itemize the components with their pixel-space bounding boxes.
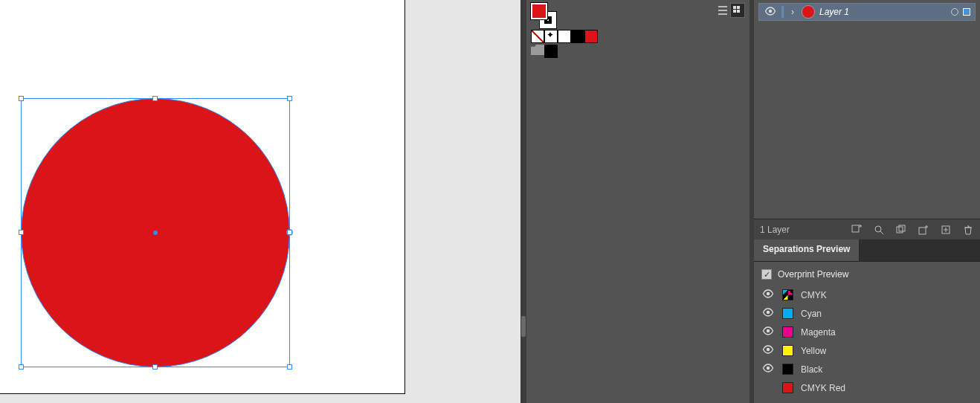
svg-point-14 <box>767 348 770 351</box>
visibility-toggle-icon[interactable] <box>764 7 777 18</box>
layer-thumbnail <box>802 5 815 19</box>
svg-point-12 <box>767 311 770 314</box>
ink-name-label: CMYK <box>801 290 827 300</box>
layers-footer: 1 Layer <box>754 219 980 239</box>
svg-point-11 <box>767 292 770 295</box>
svg-point-13 <box>767 329 770 332</box>
panel-resize-gutter-left[interactable] <box>520 0 526 403</box>
layers-panel: › Layer 1 <box>754 0 980 24</box>
layer-selection-indicator[interactable] <box>963 8 970 16</box>
list-view-button[interactable] <box>715 3 730 18</box>
new-layer-icon[interactable] <box>940 224 952 236</box>
ink-row[interactable]: CMYK <box>761 286 973 304</box>
separations-tabbar: Separations Preview <box>754 239 980 262</box>
swatch-overflow[interactable] <box>544 45 558 58</box>
new-sublayer-icon[interactable] <box>918 224 929 236</box>
svg-rect-2 <box>733 10 736 13</box>
svg-rect-9 <box>919 228 926 234</box>
visibility-toggle-icon[interactable] <box>761 345 775 356</box>
gutter-grip[interactable] <box>521 316 526 337</box>
fill-stroke-indicator[interactable] <box>531 3 556 28</box>
ink-swatch <box>782 326 793 338</box>
svg-point-6 <box>875 226 881 232</box>
swatch-grid <box>526 30 749 43</box>
separations-panel: Overprint Preview CMYKCyanMagentaYellowB… <box>754 262 980 403</box>
svg-rect-7 <box>897 227 903 233</box>
svg-rect-8 <box>899 225 905 231</box>
search-icon[interactable] <box>873 224 885 236</box>
ink-row[interactable]: CMYK Red <box>761 378 973 397</box>
visibility-toggle-icon[interactable] <box>761 364 775 375</box>
visibility-toggle-icon[interactable] <box>761 308 775 319</box>
resize-handle-br[interactable] <box>287 364 292 370</box>
resize-handle-ml[interactable] <box>19 230 24 235</box>
layer-count-label: 1 Layer <box>760 225 840 235</box>
resize-handle-bl[interactable] <box>19 364 24 370</box>
resize-handle-tm[interactable] <box>152 96 158 101</box>
tab-separations-preview[interactable]: Separations Preview <box>754 239 860 261</box>
grid-view-button[interactable] <box>730 3 745 18</box>
resize-handle-bm[interactable] <box>152 364 158 370</box>
swatch-none[interactable] <box>531 30 544 43</box>
layer-color-bar <box>781 6 784 18</box>
right-panel-column: › Layer 1 1 Layer <box>754 0 980 403</box>
selection-bounding-box[interactable] <box>21 98 290 367</box>
fill-swatch[interactable] <box>531 3 547 19</box>
layers-empty-area <box>754 24 980 219</box>
visibility-toggle-icon[interactable] <box>761 326 775 338</box>
overprint-label: Overprint Preview <box>778 269 848 280</box>
panel-dock: › Layer 1 1 Layer <box>520 0 980 403</box>
ink-swatch <box>782 364 793 375</box>
delete-layer-icon[interactable] <box>962 224 974 236</box>
ink-swatch <box>782 308 793 319</box>
swatch-black[interactable] <box>571 30 584 43</box>
ink-name-label: Black <box>801 364 822 375</box>
ink-row[interactable]: Black <box>761 360 973 378</box>
visibility-toggle-icon[interactable] <box>761 289 775 300</box>
swatch-group-icon[interactable] <box>531 45 544 55</box>
swatches-panel <box>526 0 749 403</box>
chevron-right-icon[interactable]: › <box>788 7 797 17</box>
ink-row[interactable]: Yellow <box>761 341 973 360</box>
swatch-white[interactable] <box>558 30 571 43</box>
resize-handle-tr[interactable] <box>287 96 292 101</box>
overprint-checkbox[interactable] <box>761 269 772 280</box>
layer-name-label[interactable]: Layer 1 <box>819 7 947 17</box>
ink-swatch <box>782 345 793 356</box>
locate-object-icon[interactable] <box>851 224 863 236</box>
svg-point-15 <box>767 367 770 370</box>
layer-row[interactable]: › Layer 1 <box>758 3 976 21</box>
layer-target-icon[interactable] <box>951 8 958 16</box>
resize-handle-mr[interactable] <box>287 230 292 235</box>
svg-rect-0 <box>733 6 736 9</box>
artboard-canvas[interactable] <box>0 0 520 403</box>
ink-name-label: Cyan <box>801 309 822 319</box>
svg-rect-5 <box>852 225 859 232</box>
svg-point-4 <box>769 9 772 12</box>
svg-rect-1 <box>737 6 740 9</box>
ink-name-label: Yellow <box>801 346 826 356</box>
ink-name-label: CMYK Red <box>801 383 845 393</box>
ink-row[interactable]: Magenta <box>761 323 973 341</box>
ink-swatch <box>782 289 793 300</box>
collect-for-export-icon[interactable] <box>895 224 907 236</box>
svg-rect-3 <box>737 10 740 13</box>
ink-row[interactable]: Cyan <box>761 304 973 323</box>
overprint-preview-row[interactable]: Overprint Preview <box>761 268 973 286</box>
swatch-cmyk-red[interactable] <box>584 30 598 43</box>
swatch-registration[interactable] <box>544 30 558 43</box>
ink-name-label: Magenta <box>801 327 836 338</box>
resize-handle-tl[interactable] <box>19 96 24 101</box>
ink-swatch <box>782 382 793 393</box>
